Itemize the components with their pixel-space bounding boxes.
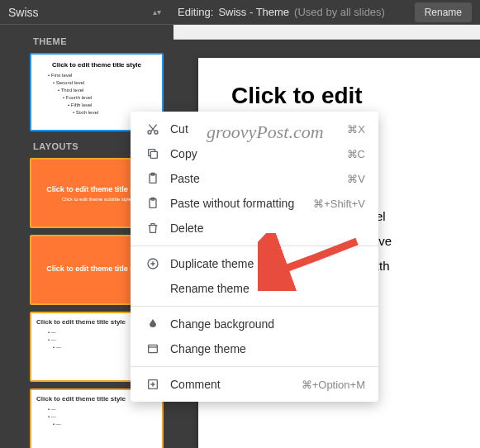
delete-icon [144,222,162,235]
svg-point-0 [148,131,151,134]
menu-cut[interactable]: Cut ⌘X [131,117,378,141]
editing-prefix: Editing: [178,6,213,18]
used-by-label: (Used by all slides) [294,6,385,18]
copy-icon [144,147,162,160]
menu-paste-nofmt[interactable]: Paste without formatting ⌘+Shift+V [131,191,378,216]
svg-point-1 [154,131,158,134]
svg-rect-2 [150,151,157,158]
menu-divider [131,245,378,246]
paste-nofmt-icon [144,197,162,210]
menu-copy[interactable]: Copy ⌘C [131,141,378,166]
editing-title: Swiss - Theme [218,6,289,18]
theme-section-label: THEME [0,31,173,51]
context-menu: Cut ⌘X Copy ⌘C Paste ⌘V Paste without fo… [131,112,378,402]
paste-icon [144,172,162,185]
menu-delete[interactable]: Delete [131,216,378,241]
menu-divider [131,366,378,367]
menu-paste[interactable]: Paste ⌘V [131,166,378,191]
top-bar: Swiss ▴▾ Editing: Swiss - Theme (Used by… [0,0,480,25]
menu-change-background[interactable]: Change background [131,312,378,336]
comment-icon [144,378,162,391]
menu-change-theme[interactable]: Change theme [131,336,378,361]
menu-duplicate-theme[interactable]: Duplicate theme [131,251,378,276]
svg-rect-8 [149,345,158,352]
theme-name: Swiss [8,6,39,19]
theme-selector[interactable]: Swiss ▴▾ [0,0,169,24]
thumb-bullets: • First level • Second level • Third lev… [38,72,155,117]
rename-button[interactable]: Rename [415,2,472,22]
duplicate-icon [144,257,162,270]
background-icon [144,317,162,331]
menu-comment[interactable]: Comment ⌘+Option+M [131,372,378,397]
editing-bar: Editing: Swiss - Theme (Used by all slid… [169,0,480,24]
horizontal-ruler[interactable] [173,25,480,40]
theme-icon [144,342,162,355]
cut-icon [144,122,162,136]
menu-rename-theme[interactable]: Rename theme [131,276,378,301]
updown-icon: ▴▾ [153,7,161,17]
thumb-title: Click to edit theme title style [38,61,155,69]
menu-divider [131,306,378,307]
canvas-title[interactable]: Click to edit [231,83,447,109]
